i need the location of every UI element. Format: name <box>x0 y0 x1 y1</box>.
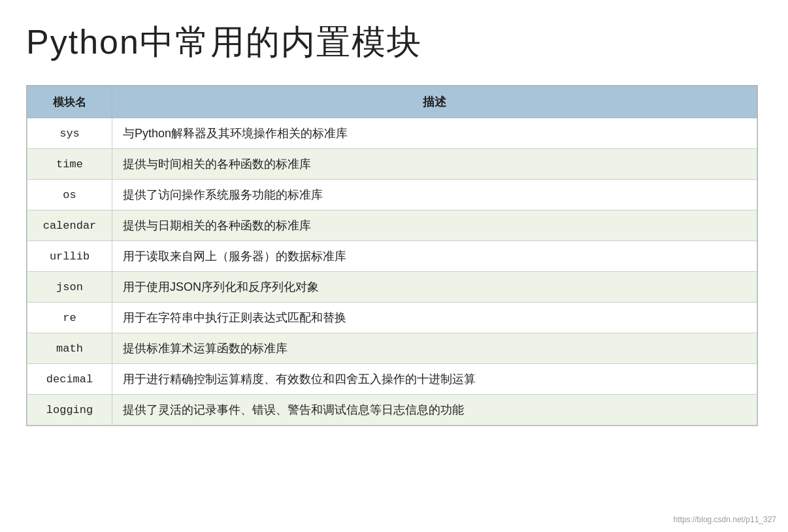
module-name-cell: re <box>27 303 112 333</box>
watermark: https://blog.csdn.net/p11_327 <box>674 515 776 524</box>
module-desc-cell: 用于读取来自网上（服务器）的数据标准库 <box>112 241 757 272</box>
module-name-cell: os <box>27 180 112 210</box>
table-header-row: 模块名 描述 <box>27 86 757 118</box>
module-name-cell: math <box>27 333 112 364</box>
module-table: 模块名 描述 sys与Python解释器及其环境操作相关的标准库time提供与时… <box>27 86 757 425</box>
table-row: math提供标准算术运算函数的标准库 <box>27 333 757 364</box>
module-name-cell: calendar <box>27 210 112 241</box>
module-desc-cell: 提供与日期相关的各种函数的标准库 <box>112 210 757 241</box>
module-table-wrapper: 模块名 描述 sys与Python解释器及其环境操作相关的标准库time提供与时… <box>26 85 758 426</box>
table-row: time提供与时间相关的各种函数的标准库 <box>27 149 757 180</box>
table-row: decimal用于进行精确控制运算精度、有效数位和四舍五入操作的十进制运算 <box>27 364 757 395</box>
module-name-cell: decimal <box>27 364 112 395</box>
table-row: sys与Python解释器及其环境操作相关的标准库 <box>27 118 757 149</box>
table-row: re用于在字符串中执行正则表达式匹配和替换 <box>27 303 757 333</box>
module-name-cell: logging <box>27 395 112 425</box>
module-desc-cell: 提供了灵活的记录事件、错误、警告和调试信息等日志信息的功能 <box>112 395 757 425</box>
module-name-cell: time <box>27 149 112 180</box>
module-desc-cell: 提供标准算术运算函数的标准库 <box>112 333 757 364</box>
table-row: os提供了访问操作系统服务功能的标准库 <box>27 180 757 210</box>
header-description: 描述 <box>112 86 757 118</box>
table-row: urllib用于读取来自网上（服务器）的数据标准库 <box>27 241 757 272</box>
page-title: Python中常用的内置模块 <box>26 20 762 65</box>
module-name-cell: sys <box>27 118 112 149</box>
table-row: calendar提供与日期相关的各种函数的标准库 <box>27 210 757 241</box>
module-desc-cell: 用于进行精确控制运算精度、有效数位和四舍五入操作的十进制运算 <box>112 364 757 395</box>
header-module-name: 模块名 <box>27 86 112 118</box>
module-desc-cell: 与Python解释器及其环境操作相关的标准库 <box>112 118 757 149</box>
module-desc-cell: 用于使用JSON序列化和反序列化对象 <box>112 272 757 303</box>
module-name-cell: urllib <box>27 241 112 272</box>
table-row: logging提供了灵活的记录事件、错误、警告和调试信息等日志信息的功能 <box>27 395 757 425</box>
module-desc-cell: 提供了访问操作系统服务功能的标准库 <box>112 180 757 210</box>
table-row: json用于使用JSON序列化和反序列化对象 <box>27 272 757 303</box>
module-desc-cell: 提供与时间相关的各种函数的标准库 <box>112 149 757 180</box>
module-desc-cell: 用于在字符串中执行正则表达式匹配和替换 <box>112 303 757 333</box>
module-name-cell: json <box>27 272 112 303</box>
